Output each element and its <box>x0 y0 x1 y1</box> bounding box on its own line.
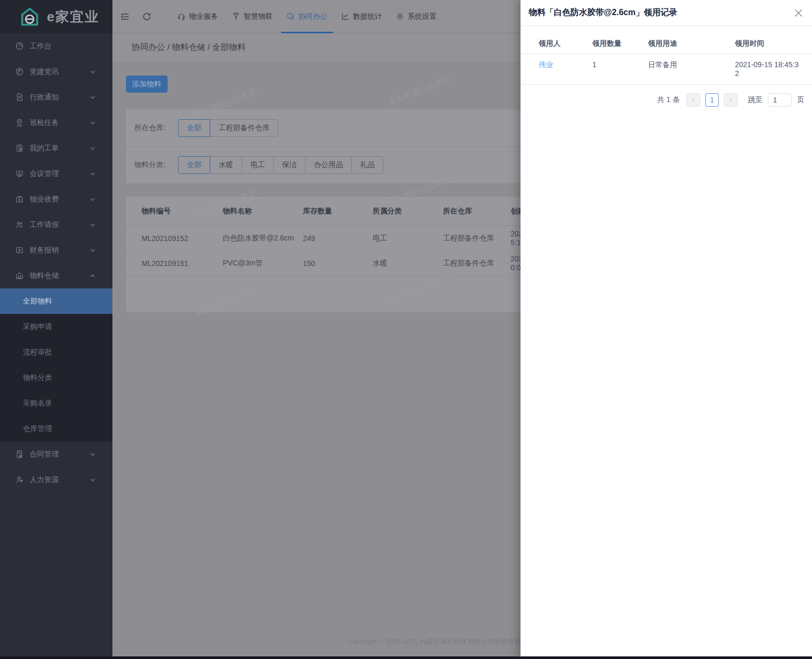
nav-tab-label: 系统设置 <box>408 12 437 21</box>
sidebar-item-warehouse[interactable]: 物料仓储 <box>0 263 112 288</box>
cell-category: 水暖 <box>363 259 434 268</box>
col-header-qty: 领用数量 <box>592 39 648 48</box>
sidebar-item-contract[interactable]: 合同管理 <box>0 441 112 467</box>
sidebar-item-label: 巡检任务 <box>30 118 59 128</box>
warehouse-icon <box>15 271 24 280</box>
chevron-down-icon <box>90 171 96 177</box>
sidebar-item-label: 物业收费 <box>30 195 59 204</box>
chevron-down-icon <box>90 477 96 483</box>
app-window: e家宜业 工作台 党建党讯 行政通知 巡检任务 <box>0 0 812 659</box>
app-title: e家宜业 <box>47 8 99 26</box>
party-icon <box>15 67 24 76</box>
category-filter-group: 全部 水暖 电工 保洁 办公用品 礼品 <box>178 156 384 174</box>
nav-tab-statistics[interactable]: 数据统计 <box>341 0 382 33</box>
sidebar-item-label: 人力资源 <box>30 475 59 485</box>
category-filter-cleaning[interactable]: 保洁 <box>273 156 306 174</box>
drawer-table-header: 领用人 领用数量 领用用途 领用时间 <box>521 34 812 54</box>
nav-tab-label: 协同办公 <box>298 12 327 21</box>
warehouse-filter-label: 所在仓库: <box>134 123 178 133</box>
add-material-button[interactable]: 添加物料 <box>126 75 168 93</box>
footer: Copyright © 2020-2021 内蒙古卓瓦科技有限公司版权所有蒙 <box>348 637 535 647</box>
nav-tab-settings[interactable]: 系统设置 <box>396 0 437 33</box>
sidebar-item-inspection[interactable]: 巡检任务 <box>0 110 112 135</box>
sidebar-item-leave[interactable]: 工作请假 <box>0 212 112 237</box>
submenu-item-warehouse-manage[interactable]: 仓库管理 <box>0 416 112 441</box>
category-filter-all[interactable]: 全部 <box>178 156 210 174</box>
inspection-icon <box>15 118 24 127</box>
submenu-item-purchase-request[interactable]: 采购申请 <box>0 314 112 339</box>
requisition-drawer: 物料「白色防水胶带@2.6cm」领用记录 领用人 领用数量 领用用途 领用时间 … <box>521 0 812 659</box>
time-line2: 2 <box>735 69 804 78</box>
sidebar-item-label: 财务报销 <box>30 246 59 255</box>
sidebar-item-fee[interactable]: 物业收费 <box>0 186 112 212</box>
cell-category: 电工 <box>363 234 434 243</box>
chevron-down-icon <box>90 94 96 100</box>
reimburse-icon <box>15 246 24 255</box>
page-1-button[interactable]: 1 <box>705 93 719 107</box>
col-header-stock: 库存数量 <box>294 207 363 216</box>
window-bottom-edge <box>0 656 812 659</box>
submenu-item-all-materials[interactable]: 全部物料 <box>0 288 112 314</box>
cell-code: ML202109151 <box>132 259 213 268</box>
sidebar-item-label: 工作请假 <box>30 220 59 230</box>
sidebar: e家宜业 工作台 党建党讯 行政通知 巡检任务 <box>0 0 112 659</box>
next-page-button[interactable]: › <box>724 93 738 107</box>
pagination-total: 共 1 条 <box>657 95 680 105</box>
sidebar-item-workbench[interactable]: 工作台 <box>0 33 112 59</box>
page-suffix-label: 页 <box>797 95 804 105</box>
chevron-down-icon <box>90 451 96 458</box>
submenu-label: 采购申请 <box>23 322 52 332</box>
cell-code: ML202109152 <box>132 234 213 243</box>
sidebar-item-label: 物料仓储 <box>30 271 59 281</box>
sidebar-item-hr[interactable]: 人力资源 <box>0 467 112 492</box>
sidebar-item-workorder[interactable]: 我的工单 <box>0 135 112 161</box>
refresh-icon[interactable] <box>142 11 152 22</box>
sidebar-item-notice[interactable]: 行政通知 <box>0 84 112 110</box>
category-filter-office[interactable]: 办公用品 <box>305 156 352 174</box>
nav-tab-collaboration[interactable]: 协同办公 <box>286 0 327 33</box>
sidebar-item-meeting[interactable]: 会议管理 <box>0 161 112 186</box>
chevron-down-icon <box>90 196 96 202</box>
nav-tab-label: 智慧物联 <box>244 12 273 21</box>
warehouse-filter-engineering[interactable]: 工程部备件仓库 <box>210 119 278 137</box>
nav-tab-label: 物业服务 <box>189 12 218 21</box>
category-filter-gift[interactable]: 礼品 <box>351 156 384 174</box>
category-filter-electric[interactable]: 电工 <box>242 156 274 174</box>
col-header-code: 物料编号 <box>132 207 213 216</box>
sidebar-item-reimburse[interactable]: 财务报销 <box>0 237 112 263</box>
submenu-item-material-category[interactable]: 物料分类 <box>0 365 112 390</box>
drawer-title: 物料「白色防水胶带@2.6cm」领用记录 <box>529 7 677 18</box>
requisition-user-link[interactable]: 伟业 <box>539 60 553 69</box>
close-icon[interactable] <box>794 9 803 17</box>
category-filter-plumbing[interactable]: 水暖 <box>210 156 242 174</box>
cell-stock: 249 <box>294 234 363 243</box>
copyright-text: Copyright © 2020-2021 内蒙古卓瓦科技有限公司版权所有 <box>348 638 521 645</box>
leave-icon <box>15 220 24 229</box>
cell-qty: 1 <box>592 60 648 69</box>
submenu-label: 仓库管理 <box>23 424 52 434</box>
submenu-label: 流程审批 <box>23 348 52 357</box>
collapse-sidebar-icon[interactable] <box>120 11 130 22</box>
cell-warehouse: 工程部备件仓库 <box>434 234 501 243</box>
fee-icon <box>15 195 24 204</box>
cell-time: 2021-09-15 18:45:3 2 <box>735 60 804 78</box>
submenu-label: 物料分类 <box>23 373 52 383</box>
sidebar-item-label: 工作台 <box>30 42 52 51</box>
sidebar-item-party[interactable]: 党建党讯 <box>0 59 112 84</box>
nav-tab-property-service[interactable]: 物业服务 <box>177 0 218 33</box>
submenu-item-purchase-list[interactable]: 采购名录 <box>0 390 112 416</box>
drawer-header: 物料「白色防水胶带@2.6cm」领用记录 <box>521 0 812 26</box>
category-filter-label: 物料分类: <box>134 160 178 170</box>
stats-icon <box>341 12 350 21</box>
sidebar-item-label: 党建党讯 <box>30 67 59 77</box>
submenu-item-approval-flow[interactable]: 流程审批 <box>0 339 112 365</box>
prev-page-button[interactable]: ‹ <box>687 93 700 107</box>
page-jump-input[interactable] <box>768 93 792 107</box>
nav-tab-label: 数据统计 <box>353 12 382 21</box>
warehouse-filter-all[interactable]: 全部 <box>178 119 210 137</box>
jump-label: 跳至 <box>748 95 763 105</box>
chevron-down-icon <box>90 222 96 228</box>
nav-tab-smart-iot[interactable]: 智慧物联 <box>232 0 273 33</box>
chevron-down-icon <box>90 120 96 126</box>
headset-icon <box>177 12 186 21</box>
